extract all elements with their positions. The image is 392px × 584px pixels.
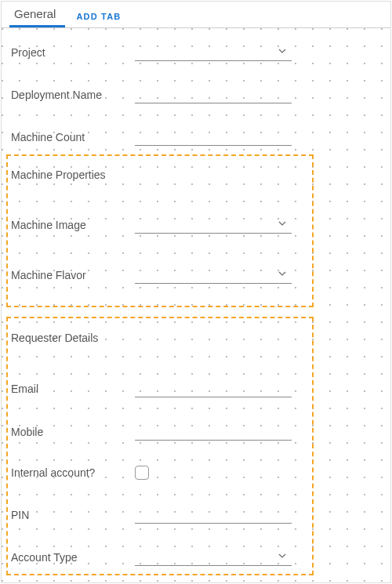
label-requester-details: Requester Details [9,332,135,344]
label-machine-properties: Machine Properties [9,169,135,181]
form-designer-panel: General ADD TAB Project Deployment Name … [1,1,391,583]
label-account-type: Account Type [9,551,135,564]
input-machine-image[interactable] [135,216,292,234]
group-requester [6,317,314,575]
add-tab-button[interactable]: ADD TAB [65,4,129,27]
input-machine-count[interactable] [135,129,292,146]
label-mobile: Mobile [9,426,135,438]
label-deployment-name: Deployment Name [9,89,135,101]
input-deployment-name[interactable] [135,86,292,103]
field-pin[interactable]: PIN [9,503,292,527]
input-email[interactable] [135,380,292,397]
tab-general[interactable]: General [9,1,65,27]
field-machine-properties[interactable]: Machine Properties [9,163,135,187]
input-project[interactable] [135,44,292,61]
label-project: Project [9,46,135,59]
field-machine-flavor[interactable]: Machine Flavor [9,263,292,287]
field-deployment-name[interactable]: Deployment Name [9,83,292,107]
field-machine-image[interactable]: Machine Image [9,213,292,237]
field-requester-details[interactable]: Requester Details [9,326,135,350]
field-internal-account[interactable]: Internal account? [9,461,149,484]
label-pin: PIN [9,509,135,521]
tab-bar: General ADD TAB [2,2,390,28]
label-machine-flavor: Machine Flavor [9,269,135,281]
label-machine-count: Machine Count [9,131,135,143]
input-pin[interactable] [135,506,292,524]
form-canvas[interactable]: Project Deployment Name Machine Count Ma… [2,28,390,582]
label-email: Email [9,383,135,395]
checkbox-internal-account[interactable] [135,466,149,480]
input-mobile[interactable] [135,423,292,441]
field-mobile[interactable]: Mobile [9,420,292,444]
label-machine-image: Machine Image [9,219,135,231]
input-machine-flavor[interactable] [135,267,292,284]
field-project[interactable]: Project [9,41,292,64]
field-email[interactable]: Email [9,377,292,401]
field-account-type[interactable]: Account Type [9,546,292,569]
field-machine-count[interactable]: Machine Count [9,125,292,149]
input-account-type[interactable] [135,549,292,566]
label-internal-account: Internal account? [9,466,135,479]
